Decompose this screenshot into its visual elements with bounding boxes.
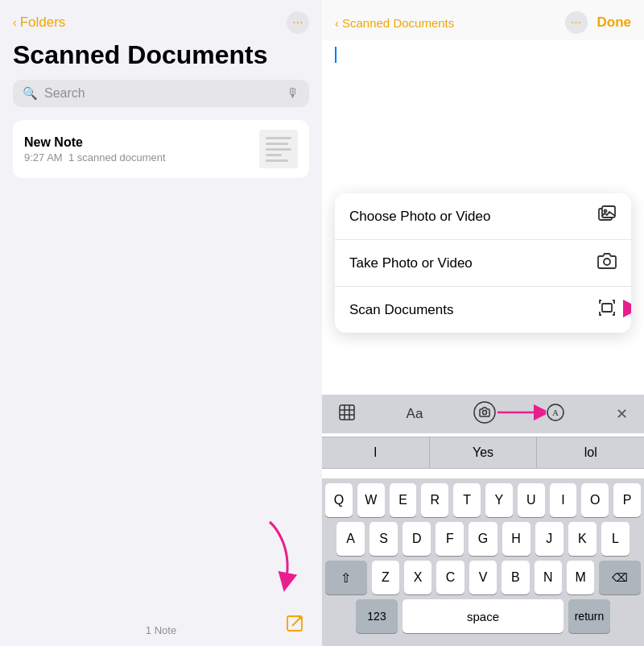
key-C[interactable]: C (436, 561, 464, 594)
camera-circle-svg (473, 401, 496, 424)
format-label[interactable]: Aa (407, 406, 423, 422)
note-card[interactable]: New Note 9:27 AM 1 scanned document (13, 120, 309, 178)
key-X[interactable]: X (404, 561, 431, 594)
key-W[interactable]: W (357, 483, 385, 517)
key-delete[interactable]: ⌫ (599, 561, 641, 594)
take-photo-item[interactable]: Take Photo or Video (335, 240, 631, 287)
pred-item-3[interactable]: lol (537, 437, 644, 468)
table-svg (338, 404, 356, 421)
key-shift[interactable]: ⇧ (325, 561, 367, 594)
pink-arrow-right-annotation (623, 296, 631, 324)
note-description: 1 scanned document (65, 151, 165, 164)
camera-toolbar-icon[interactable] (473, 401, 496, 427)
key-V[interactable]: V (469, 561, 497, 594)
key-Z[interactable]: Z (372, 561, 399, 594)
right-panel: ‹ Scanned Documents ··· Done Choose Phot… (322, 0, 644, 646)
search-icon: 🔍 (23, 86, 38, 101)
svg-point-13 (474, 402, 495, 423)
thumb-line (266, 137, 291, 139)
thumb-line (266, 143, 288, 145)
key-D[interactable]: D (402, 522, 431, 556)
scan-icon (597, 298, 617, 321)
done-button[interactable]: Done (597, 14, 632, 31)
key-Q[interactable]: Q (325, 483, 353, 517)
key-M[interactable]: M (567, 561, 594, 594)
right-header: ‹ Scanned Documents ··· Done (322, 0, 644, 40)
predictive-bar: l Yes lol (322, 437, 644, 469)
key-L[interactable]: L (601, 522, 630, 556)
note-meta: 9:27 AM 1 scanned document (24, 151, 166, 164)
arrow-annotation-down (237, 518, 302, 602)
key-T[interactable]: T (453, 483, 481, 517)
compose-icon (285, 614, 306, 635)
note-content: New Note 9:27 AM 1 scanned document (24, 135, 166, 164)
microphone-icon[interactable]: 🎙 (287, 86, 299, 101)
back-label: Scanned Documents (342, 16, 454, 30)
keyboard-row-3: ⇧ Z X C V B N M ⌫ (325, 561, 641, 594)
key-G[interactable]: G (469, 522, 497, 556)
pred-item-1[interactable]: l (322, 437, 430, 468)
thumb-line (266, 154, 282, 156)
ellipsis-icon: ··· (292, 15, 303, 30)
key-S[interactable]: S (369, 522, 398, 556)
key-K[interactable]: K (568, 522, 597, 556)
close-icon[interactable]: ✕ (616, 405, 628, 423)
key-A[interactable]: A (336, 522, 365, 556)
key-Y[interactable]: Y (485, 483, 513, 517)
pink-arrow-right-svg (623, 296, 631, 321)
search-placeholder: Search (44, 86, 280, 101)
signature-icon[interactable]: A (546, 403, 565, 425)
choose-photo-label: Choose Photo or Video (349, 209, 490, 225)
left-footer: 1 Note (0, 615, 322, 646)
search-bar[interactable]: 🔍 Search 🎙 (13, 80, 309, 107)
popup-menu: Choose Photo or Video Take Photo or Vide… (335, 193, 631, 333)
more-options-button[interactable]: ··· (565, 11, 588, 34)
keyboard-row-2: A S D F G H J K L (325, 522, 641, 556)
svg-point-5 (604, 259, 610, 265)
signature-svg: A (546, 403, 565, 422)
key-space[interactable]: space (402, 599, 564, 633)
key-B[interactable]: B (502, 561, 529, 594)
note-time: 9:27 AM (24, 151, 63, 164)
table-icon[interactable] (338, 404, 356, 425)
key-O[interactable]: O (581, 483, 609, 517)
keyboard-toolbar: Aa (322, 395, 644, 433)
svg-rect-6 (602, 304, 612, 312)
pink-arrow-svg (237, 518, 302, 598)
key-J[interactable]: J (535, 522, 564, 556)
key-N[interactable]: N (535, 561, 562, 594)
note-title: New Note (24, 135, 166, 150)
note-count: 1 Note (146, 624, 176, 636)
more-options-button[interactable]: ··· (287, 11, 309, 34)
key-E[interactable]: E (390, 483, 417, 517)
svg-line-1 (292, 617, 301, 626)
new-note-button[interactable] (285, 614, 306, 640)
cursor-bar (335, 47, 336, 63)
scan-svg (597, 298, 617, 317)
scan-documents-label: Scan Documents (349, 302, 453, 318)
keyboard-row-1: Q W E R T Y U I O P (325, 483, 641, 517)
choose-photo-item[interactable]: Choose Photo or Video (335, 193, 631, 240)
key-H[interactable]: H (502, 522, 530, 556)
scan-documents-item[interactable]: Scan Documents (335, 287, 631, 333)
key-U[interactable]: U (518, 483, 545, 517)
keyboard-row-4: 123 space return (325, 599, 641, 633)
svg-text:A: A (552, 408, 559, 417)
camera-svg (597, 251, 617, 271)
key-I[interactable]: I (550, 483, 577, 517)
left-header: ‹ Folders ··· (0, 0, 322, 40)
key-R[interactable]: R (421, 483, 448, 517)
key-P[interactable]: P (613, 483, 641, 517)
key-return[interactable]: return (568, 599, 610, 633)
chevron-left-icon: ‹ (335, 16, 339, 30)
folders-back-button[interactable]: ‹ Folders (13, 14, 65, 31)
chevron-left-icon: ‹ (13, 16, 17, 29)
camera-icon (597, 251, 617, 275)
key-F[interactable]: F (436, 522, 464, 556)
left-panel: ‹ Folders ··· Scanned Documents 🔍 Search… (0, 0, 322, 646)
thumb-line (266, 159, 288, 162)
key-123[interactable]: 123 (356, 599, 398, 633)
back-scanned-button[interactable]: ‹ Scanned Documents (335, 16, 454, 30)
note-thumbnail (259, 130, 298, 168)
pred-item-2[interactable]: Yes (430, 437, 538, 468)
